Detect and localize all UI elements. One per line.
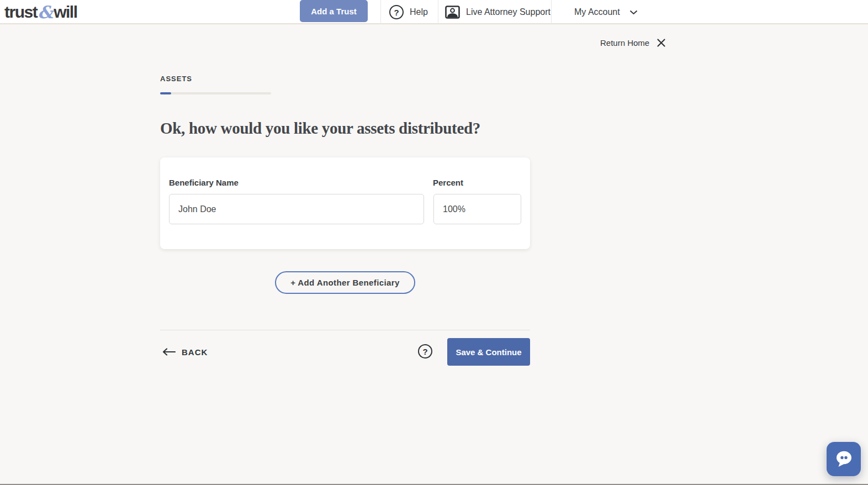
logo-text-trust: trust <box>4 3 37 22</box>
add-beneficiary-row: + Add Another Beneficiary <box>160 271 530 294</box>
progress-bar <box>160 92 271 94</box>
footer-help-button[interactable]: ? <box>418 344 432 359</box>
back-button[interactable]: BACK <box>162 345 208 359</box>
add-a-trust-label: Add a Trust <box>311 7 357 16</box>
chevron-down-icon <box>629 10 638 15</box>
save-and-continue-label: Save & Continue <box>456 347 521 357</box>
chat-launcher-button[interactable] <box>827 442 861 476</box>
help-label: Help <box>410 7 428 17</box>
return-home-bar: Return Home <box>600 36 666 49</box>
page-title: Ok, how would you like your assets distr… <box>160 119 541 138</box>
contact-card-icon <box>445 6 460 19</box>
header-divider <box>380 0 381 24</box>
add-another-beneficiary-label: + Add Another Beneficiary <box>290 278 400 287</box>
live-attorney-support-button[interactable]: Live Attorney Support <box>445 0 551 24</box>
header-divider <box>551 0 552 24</box>
close-icon[interactable] <box>657 38 666 48</box>
beneficiary-card: Beneficiary Name Percent <box>160 157 530 249</box>
progress-fill <box>160 92 171 94</box>
live-attorney-label: Live Attorney Support <box>466 7 551 17</box>
logo-text-will: will <box>54 3 77 22</box>
beneficiary-name-label: Beneficiary Name <box>169 178 239 187</box>
my-account-label: My Account <box>574 7 620 17</box>
logo-ampersand: & <box>37 2 54 22</box>
help-menu-button[interactable]: ? Help <box>389 0 428 24</box>
back-label: BACK <box>182 347 208 357</box>
app-window: trust&will Add a Trust ? Help Live Attor… <box>0 0 868 485</box>
footer-divider <box>160 330 530 330</box>
question-circle-icon: ? <box>389 5 404 19</box>
my-account-menu[interactable]: My Account <box>574 0 638 24</box>
question-circle-icon: ? <box>418 344 432 359</box>
arrow-left-icon <box>162 348 176 356</box>
save-and-continue-button[interactable]: Save & Continue <box>447 338 530 366</box>
trust-and-will-logo[interactable]: trust&will <box>4 0 77 24</box>
section-title: ASSETS <box>160 75 192 83</box>
percent-input[interactable] <box>433 194 521 224</box>
header-divider <box>438 0 438 24</box>
percent-label: Percent <box>433 178 463 187</box>
add-another-beneficiary-button[interactable]: + Add Another Beneficiary <box>275 271 415 294</box>
add-a-trust-button[interactable]: Add a Trust <box>300 0 368 22</box>
return-home-link[interactable]: Return Home <box>600 38 649 48</box>
beneficiary-name-input[interactable] <box>169 194 424 224</box>
chat-bubble-icon <box>834 450 854 468</box>
top-navbar: trust&will Add a Trust ? Help Live Attor… <box>0 0 868 24</box>
